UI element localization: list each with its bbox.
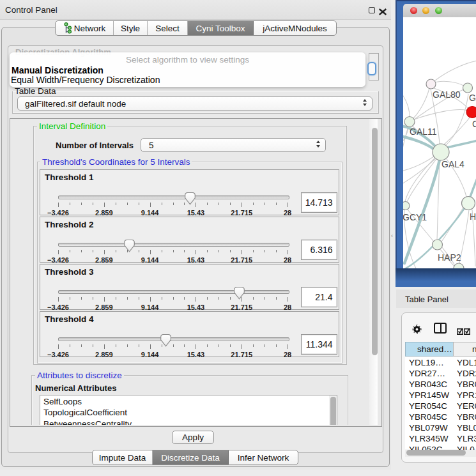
- svg-text:GAL4: GAL4: [441, 159, 464, 169]
- svg-text:GA: GA: [469, 93, 476, 103]
- svg-text:CR: CR: [472, 119, 476, 129]
- svg-text:GAL80: GAL80: [433, 89, 461, 100]
- svg-text:HI: HI: [470, 211, 476, 222]
- svg-text:GAL11: GAL11: [410, 127, 437, 137]
- svg-text:HAP2: HAP2: [438, 252, 461, 263]
- svg-text:GCY1: GCY1: [403, 212, 427, 222]
